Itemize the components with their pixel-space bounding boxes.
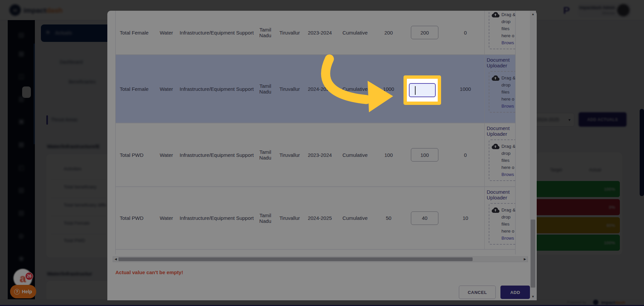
text-caret [415,86,416,95]
actual-value-input-focused[interactable] [409,83,436,97]
tutorial-dim-overlay [0,0,644,306]
tutorial-highlight-frame [404,75,441,105]
app-root: id impactdash P Impactdash Admin Directo… [0,0,644,306]
